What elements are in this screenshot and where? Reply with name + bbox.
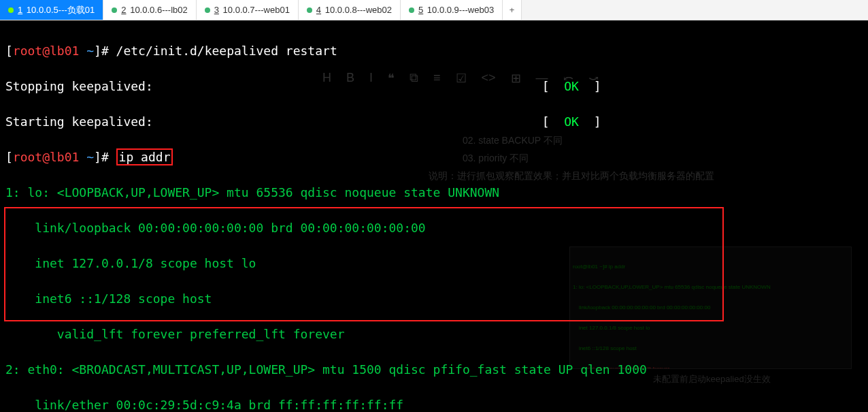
- tab-1[interactable]: 1 10.0.0.5---负载01: [0, 0, 103, 20]
- tab-num: 1: [18, 5, 22, 15]
- tab-label: 10.0.0.6---lb02: [130, 5, 188, 15]
- status-dot-icon: [409, 7, 414, 13]
- terminal-line: Stopping keepalived:[ OK ]: [5, 78, 863, 95]
- tab-num: 4: [316, 5, 321, 15]
- terminal-line: link/loopback 00:00:00:00:00:00 brd 00:0…: [5, 219, 863, 237]
- tab-2[interactable]: 2 10.0.0.6---lb02: [103, 0, 196, 20]
- tab-4[interactable]: 4 10.0.0.8---web02: [299, 0, 401, 20]
- terminal-line: inet6 ::1/128 scope host: [5, 290, 863, 308]
- terminal-line: Starting keepalived:[ OK ]: [5, 113, 863, 131]
- status-dot-icon: [8, 7, 14, 13]
- terminal-line: valid_lft forever preferred_lft forever: [5, 326, 863, 343]
- tab-label: 10.0.0.5---负载01: [27, 5, 95, 15]
- command-text: /etc/init.d/keepalived restart: [116, 44, 337, 58]
- tab-label: 10.0.0.8---web02: [325, 5, 392, 15]
- status-dot-icon: [112, 7, 117, 13]
- tab-num: 5: [418, 5, 423, 15]
- terminal-line: inet 127.0.0.1/8 scope host lo: [5, 255, 863, 272]
- terminal-output[interactable]: [root@lb01 ~]# /etc/init.d/keepalived re…: [0, 20, 868, 412]
- terminal-line: [root@lb01 ~]# /etc/init.d/keepalived re…: [5, 42, 863, 60]
- tab-3[interactable]: 3 10.0.0.7---web01: [197, 0, 299, 20]
- plus-icon: +: [510, 5, 515, 15]
- status-dot-icon: [307, 7, 312, 13]
- terminal-line: [root@lb01 ~]# ip addr: [5, 148, 863, 166]
- add-tab-button[interactable]: +: [503, 0, 522, 20]
- terminal-line: 2: eth0: <BROADCAST,MULTICAST,UP,LOWER_U…: [5, 361, 863, 379]
- status-dot-icon: [205, 7, 210, 13]
- terminal-line: 1: lo: <LOOPBACK,UP,LOWER_UP> mtu 65536 …: [5, 184, 863, 202]
- tab-5[interactable]: 5 10.0.0.9---web03: [401, 0, 503, 20]
- command-text-highlighted: ip addr: [116, 148, 173, 165]
- tab-bar: 1 10.0.0.5---负载01 2 10.0.0.6---lb02 3 10…: [0, 0, 868, 20]
- tab-num: 3: [214, 5, 219, 15]
- tab-label: 10.0.0.9---web03: [427, 5, 494, 15]
- tab-num: 2: [121, 5, 126, 15]
- tab-label: 10.0.0.7---web01: [223, 5, 290, 15]
- terminal-line: link/ether 00:0c:29:5d:c9:4a brd ff:ff:f…: [5, 396, 863, 412]
